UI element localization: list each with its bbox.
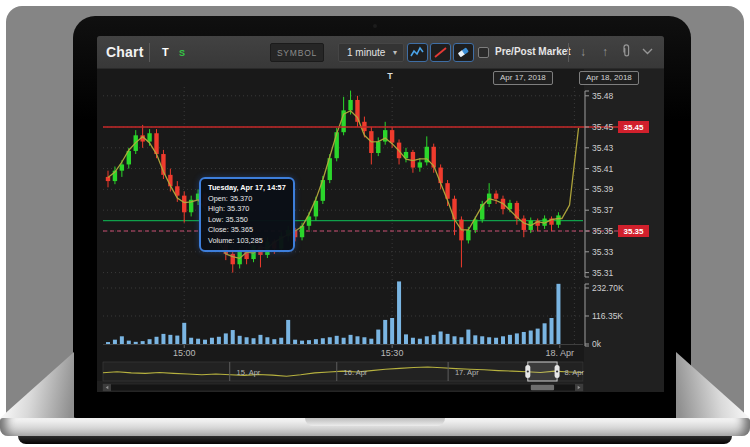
trendline-icon [433,46,448,59]
price-axis: 35.4835.4535.4335.4135.3935.3735.3535.33… [585,91,649,278]
svg-text:35.43: 35.43 [592,143,614,153]
symbol-input[interactable] [270,43,324,62]
candle [494,194,498,199]
app-title: Chart [106,44,144,60]
candle [376,142,380,153]
candle [466,230,470,240]
svg-text:35.45: 35.45 [623,123,644,132]
toolbar: Chart T S 1 minute ▾ [97,36,664,69]
chart-canvas[interactable]: 35.4835.4535.4335.4135.3935.3735.3535.33… [97,69,664,392]
scrollbar[interactable] [103,384,583,391]
navigator-selection[interactable] [528,362,557,381]
divider [149,43,150,62]
line-chart-icon [410,46,425,59]
svg-text:17. Apr: 17. Apr [455,368,479,377]
svg-text:116.35K: 116.35K [592,311,623,321]
chart-symbol-title: T [373,71,407,81]
chevron-down-icon: ▾ [393,44,397,61]
tooltip-date: Tuesday, Apr 17, 14:57 [208,183,286,194]
date-from-chip[interactable]: Apr 17, 2018 [493,71,553,85]
svg-text:35.45: 35.45 [592,122,614,132]
upload-icon[interactable]: ↑ [597,44,613,60]
navigator[interactable]: 15. Apr16. Apr17. Apr8. Apr [103,362,584,381]
svg-text:15. Apr: 15. Apr [237,368,261,377]
laptop-shadow [18,436,732,444]
svg-text:35.31: 35.31 [592,268,614,278]
webcam-icon [373,24,377,28]
prepost-market-label: Pre/Post Market [495,46,571,57]
eraser-icon [456,46,471,59]
candle [348,100,352,110]
svg-text:35.35: 35.35 [623,227,644,236]
chart-area: 35.4835.4535.4335.4135.3935.3735.3535.33… [97,69,664,392]
ticker-status-badge: S [179,48,185,58]
chart-app-window: Chart T S 1 minute ▾ [97,36,664,392]
svg-text:18. Apr: 18. Apr [546,348,575,358]
download-icon[interactable]: ↓ [575,44,591,60]
svg-text:16. Apr: 16. Apr [344,368,368,377]
chevron-down-icon[interactable] [639,44,655,60]
candle [418,162,422,167]
svg-text:0k: 0k [592,339,602,349]
svg-text:35.39: 35.39 [592,184,614,194]
svg-text:15:00: 15:00 [173,348,196,358]
candle [390,130,394,142]
interval-value: 1 minute [347,47,385,58]
svg-text:35.48: 35.48 [592,91,614,101]
laptop-mockup: Chart T S 1 minute ▾ [0,0,750,447]
link-icon[interactable] [618,44,634,60]
svg-text:35.35: 35.35 [592,226,614,236]
tooltip-low: Low: 35.350 [208,215,286,226]
svg-text:35.41: 35.41 [592,164,614,174]
ticker-symbol: T [162,46,169,58]
scrollbar-thumb[interactable] [531,385,554,390]
candle [334,132,338,158]
svg-text:15:30: 15:30 [381,348,404,358]
tooltip-volume: Volume: 103,285 [208,236,286,247]
tooltip-close: Close: 35.365 [208,225,286,236]
tooltip-open: Open: 35.370 [208,194,286,205]
candle [556,215,560,224]
volume-axis: 232.70K116.35K0k [585,283,624,349]
interval-dropdown[interactable]: 1 minute ▾ [338,43,404,62]
date-to-chip[interactable]: Apr 18, 2018 [579,71,639,85]
ohlc-tooltip: Tuesday, Apr 17, 14:57 Open: 35.370 High… [199,177,295,252]
svg-text:35.33: 35.33 [592,247,614,257]
laptop-base-notch [305,418,445,426]
eraser-tool-button[interactable] [453,43,474,62]
trendline-tool-button[interactable] [430,43,451,62]
prepost-market-checkbox[interactable] [478,47,489,58]
divider [568,43,569,62]
indicator-tool-button[interactable] [407,43,428,62]
candle [147,133,151,141]
candle [182,196,186,213]
svg-text:35.37: 35.37 [592,205,614,215]
tooltip-high: High: 35.370 [208,204,286,215]
svg-text:232.70K: 232.70K [592,283,624,293]
svg-text:8. Apr: 8. Apr [564,368,584,377]
